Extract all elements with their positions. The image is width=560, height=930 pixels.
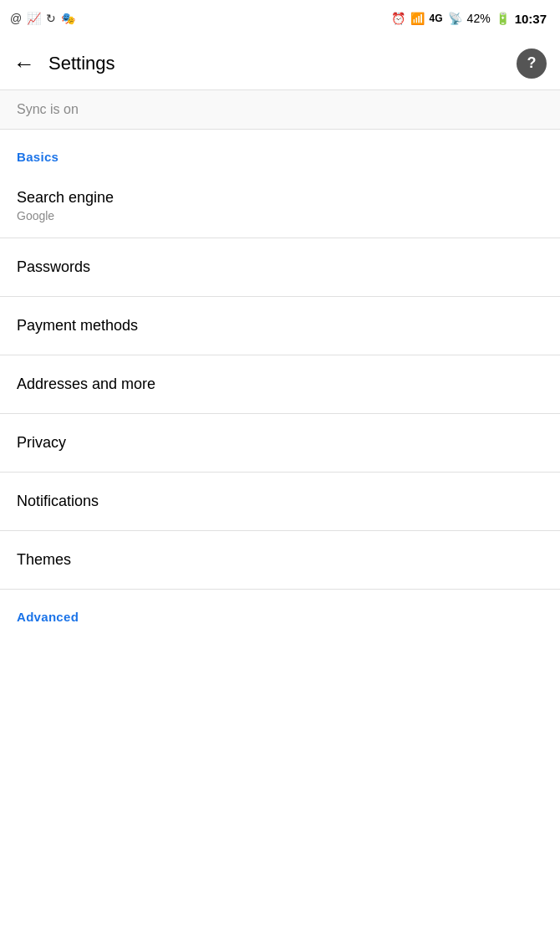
- chart-icon: 📈: [27, 12, 41, 25]
- themes-title: Themes: [17, 551, 543, 569]
- battery-icon: 🔋: [496, 12, 510, 25]
- help-button[interactable]: ?: [517, 49, 547, 79]
- addresses-title: Addresses and more: [17, 376, 543, 393]
- payment-methods-item[interactable]: Payment methods: [0, 297, 560, 355]
- privacy-title: Privacy: [17, 434, 543, 452]
- search-engine-title: Search engine: [17, 189, 543, 207]
- at-icon: @: [10, 12, 22, 25]
- status-bar: @ 📈 ↻ 🎭 ⏰ 📶 4G 📡 42% 🔋 10:37: [0, 0, 560, 37]
- mask-icon: 🎭: [61, 12, 75, 25]
- advanced-section-header: Advanced: [0, 590, 560, 634]
- header-left: ← Settings: [13, 53, 115, 74]
- lte-label: 4G: [430, 13, 443, 24]
- signal-icon: 📡: [448, 12, 462, 25]
- passwords-item[interactable]: Passwords: [0, 238, 560, 297]
- notifications-item[interactable]: Notifications: [0, 473, 560, 531]
- privacy-item[interactable]: Privacy: [0, 414, 560, 473]
- themes-item[interactable]: Themes: [0, 531, 560, 590]
- time-display: 10:37: [515, 12, 547, 26]
- notifications-title: Notifications: [17, 493, 543, 510]
- status-right: ⏰ 📶 4G 📡 42% 🔋 10:37: [391, 12, 547, 26]
- back-button[interactable]: ←: [13, 53, 35, 74]
- basics-section-header: Basics: [0, 130, 560, 174]
- search-engine-subtitle: Google: [17, 209, 543, 222]
- notification-icons: @ 📈 ↻ 🎭: [10, 12, 75, 25]
- settings-header: ← Settings ?: [0, 37, 560, 90]
- passwords-title: Passwords: [17, 258, 543, 276]
- refresh-icon: ↻: [46, 12, 56, 25]
- page-title: Settings: [48, 53, 115, 74]
- battery-percent: 42%: [467, 12, 491, 25]
- alarm-icon: ⏰: [391, 12, 405, 25]
- sync-status: Sync is on: [0, 90, 560, 130]
- payment-methods-title: Payment methods: [17, 317, 543, 335]
- wifi-icon: 📶: [410, 12, 425, 25]
- search-engine-item[interactable]: Search engine Google: [0, 174, 560, 238]
- addresses-item[interactable]: Addresses and more: [0, 355, 560, 414]
